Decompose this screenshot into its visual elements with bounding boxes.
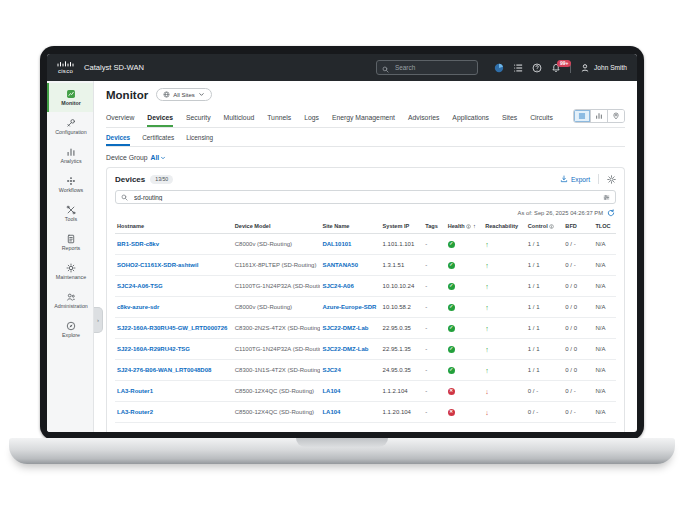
administration-icon — [66, 292, 76, 302]
cell-site-name[interactable]: SJC24-A06 — [320, 276, 380, 297]
cell-site-name[interactable]: SJC22-DMZ-Lab — [320, 339, 380, 360]
cell-site-name[interactable]: SJC24 — [320, 360, 380, 381]
tab-energy-management[interactable]: Energy Management — [332, 114, 395, 127]
cell-hostname[interactable]: LA3-Router2 — [115, 402, 233, 423]
table-row[interactable]: SJC24-A06-TSGC1100TG-1N24P32A (SD-Routin… — [115, 276, 616, 297]
refresh-icon[interactable] — [607, 209, 615, 217]
health-status-good-icon: ✓ — [448, 367, 455, 374]
subtab-licensing[interactable]: Licensing — [186, 128, 213, 146]
cell-reachability: ↓ — [483, 381, 526, 402]
column-header-bfd[interactable]: BFD — [563, 219, 593, 234]
tab-logs[interactable]: Logs — [304, 114, 319, 127]
subtab-devices[interactable]: Devices — [106, 128, 130, 146]
table-search-input[interactable] — [132, 193, 599, 202]
devices-panel-title: Devices — [115, 175, 145, 184]
health-status-good-icon: ✓ — [448, 346, 455, 353]
primary-tab-bar: OverviewDevicesSecurityMulticloudTunnels… — [106, 109, 625, 128]
table-search[interactable] — [115, 190, 616, 204]
site-selector[interactable]: All Sites — [156, 88, 212, 101]
tab-advisories[interactable]: Advisories — [408, 114, 439, 127]
cell-site-name[interactable]: LA104 — [320, 381, 380, 402]
table-row[interactable]: SJ22-160A-R29RU42-TSGC1100TG-1N24P32A (S… — [115, 339, 616, 360]
export-button[interactable]: Export — [560, 175, 590, 183]
table-row[interactable]: c8kv-azure-sdrC8000v (SD-Routing)Azure-E… — [115, 297, 616, 318]
laptop-screen: cisco Catalyst SD-WAN — [40, 46, 644, 440]
cell-hostname[interactable]: SJ22-160A-R30RU45-GW_LRTD000726 — [115, 318, 233, 339]
cell-control: 1 / 1 — [526, 234, 564, 255]
sidebar-item-configuration[interactable]: Configuration — [47, 112, 93, 141]
table-row[interactable]: SJ22-160A-R30RU45-GW_LRTD000726C8300-2N2… — [115, 318, 616, 339]
table-row[interactable]: SOHO2-C1161X-SDR-ashtwilC1161X-8PLTEP (S… — [115, 255, 616, 276]
column-header-site-name[interactable]: Site Name — [320, 219, 380, 234]
help-icon[interactable] — [532, 63, 542, 73]
table-row[interactable]: BR1-SDR-c8kvC8000v (SD-Routing)DAL101011… — [115, 234, 616, 255]
cell-hostname[interactable]: SOHO2-C1161X-SDR-ashtwil — [115, 255, 233, 276]
cell-control: 1 / 1 — [526, 255, 564, 276]
reachability-up-arrow-icon: ↑ — [485, 283, 489, 290]
sidebar-item-maintenance[interactable]: Maintenance — [47, 257, 93, 286]
tab-applications[interactable]: Applications — [452, 114, 489, 127]
reachability-up-arrow-icon: ↑ — [485, 325, 489, 332]
device-group-selector[interactable]: All — [151, 154, 167, 161]
sidebar-item-workflows[interactable]: Workflows — [47, 170, 93, 199]
tab-sites[interactable]: Sites — [502, 114, 517, 127]
cell-site-name[interactable]: Azure-Europe-SDR — [320, 297, 380, 318]
global-search-input[interactable] — [393, 63, 472, 72]
task-list-icon[interactable] — [513, 63, 523, 73]
table-row[interactable]: LA3-Router1C8500-12X4QC (SD-Routing)LA10… — [115, 381, 616, 402]
column-header-system-ip[interactable]: System IP — [381, 219, 424, 234]
column-header-hostname[interactable]: Hostname — [115, 219, 233, 234]
cell-hostname[interactable]: c8kv-azure-sdr — [115, 297, 233, 318]
tab-devices[interactable]: Devices — [147, 114, 173, 127]
devices-table-body: BR1-SDR-c8kvC8000v (SD-Routing)DAL101011… — [115, 234, 616, 423]
tab-multicloud[interactable]: Multicloud — [224, 114, 255, 127]
tab-overview[interactable]: Overview — [106, 114, 134, 127]
cell-site-name[interactable]: DAL10101 — [320, 234, 380, 255]
cell-site-name[interactable]: SANTANA50 — [320, 255, 380, 276]
cell-reachability: ↑ — [483, 297, 526, 318]
subtab-certificates[interactable]: Certificates — [142, 128, 174, 146]
table-settings-gear-icon[interactable] — [607, 175, 616, 184]
cell-hostname[interactable]: LA3-Router1 — [115, 381, 233, 402]
sidebar-item-analytics[interactable]: Analytics — [47, 141, 93, 170]
view-toggle-group — [573, 109, 625, 123]
column-header-reachability[interactable]: Reachability — [483, 219, 526, 234]
sidebar-expand-handle[interactable]: › — [94, 307, 103, 333]
sidebar-item-explore[interactable]: Explore — [47, 315, 93, 344]
cell-site-name[interactable]: SJC22-DMZ-Lab — [320, 318, 380, 339]
tab-circuits[interactable]: Circuits — [530, 114, 553, 127]
health-status-good-icon: ✓ — [448, 304, 455, 311]
cell-health: ✓ — [446, 318, 484, 339]
cell-device-model: C8000v (SD-Routing) — [233, 234, 321, 255]
user-menu[interactable]: John Smith — [580, 63, 627, 73]
list-view-button[interactable] — [574, 110, 591, 122]
column-header-health[interactable]: Health ↑ — [446, 219, 484, 234]
column-header-tloc[interactable]: TLOC — [593, 219, 616, 234]
table-row[interactable]: SJ24-276-B06-WAN_LRT0048D08C8300-1N1S-4T… — [115, 360, 616, 381]
map-view-button[interactable] — [608, 110, 624, 122]
cell-hostname[interactable]: SJ24-276-B06-WAN_LRT0048D08 — [115, 360, 233, 381]
usage-meter-icon[interactable] — [494, 63, 504, 73]
chart-view-button[interactable] — [591, 110, 608, 122]
notifications-bell-icon[interactable]: 99+ — [551, 63, 561, 73]
table-row[interactable]: LA3-Router2C8500-12X4QC (SD-Routing)LA10… — [115, 402, 616, 423]
cell-control: 1 / 1 — [526, 318, 564, 339]
column-header-device-model[interactable]: Device Model — [233, 219, 321, 234]
sidebar-item-monitor[interactable]: Monitor — [47, 83, 93, 112]
cell-system-ip: 1.1.20.104 — [381, 402, 424, 423]
sidebar-item-administration[interactable]: Administration — [47, 286, 93, 315]
cell-hostname[interactable]: BR1-SDR-c8kv — [115, 234, 233, 255]
cell-health: ✓ — [446, 360, 484, 381]
tab-security[interactable]: Security — [186, 114, 211, 127]
cell-site-name[interactable]: LA104 — [320, 402, 380, 423]
cell-hostname[interactable]: SJ22-160A-R29RU42-TSG — [115, 339, 233, 360]
sidebar-item-tools[interactable]: Tools — [47, 199, 93, 228]
column-header-control[interactable]: Control — [526, 219, 564, 234]
column-header-tags[interactable]: Tags — [423, 219, 446, 234]
global-search[interactable] — [376, 60, 478, 75]
filter-icon[interactable] — [603, 194, 610, 201]
sidebar-item-reports[interactable]: Reports — [47, 228, 93, 257]
tab-tunnels[interactable]: Tunnels — [267, 114, 291, 127]
cell-hostname[interactable]: SJC24-A06-TSG — [115, 276, 233, 297]
cell-device-model: C8300-1N1S-4T2X (SD-Routing) — [233, 360, 321, 381]
